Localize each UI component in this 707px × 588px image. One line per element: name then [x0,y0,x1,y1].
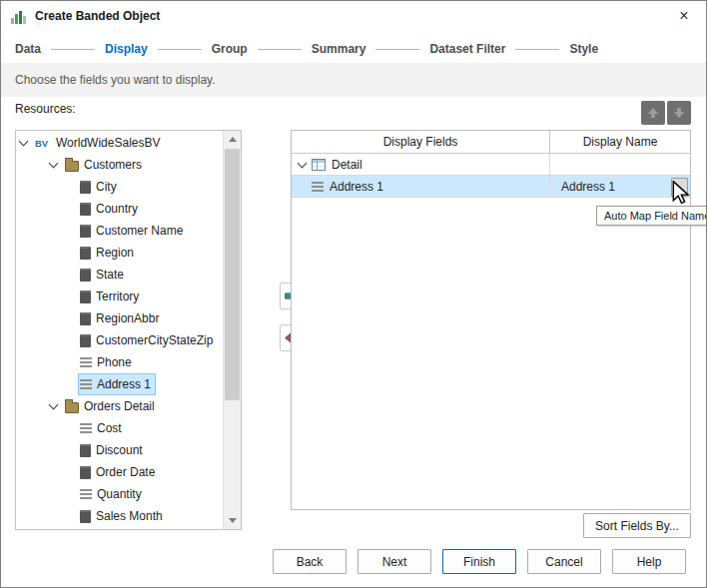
tree-item[interactable]: RegionAbbr [16,307,224,329]
tree-item-label: Territory [96,290,139,303]
display-fields-table: Display Fields Display Name Detail [291,130,691,510]
move-down-button[interactable] [667,101,691,125]
display-name-value: Address 1 [561,180,615,194]
table-rows: Detail Address 1 Address 1 [292,154,690,198]
display-field-label: Address 1 [330,180,383,194]
back-button[interactable]: Back [273,549,347,574]
row-icon [312,182,324,192]
tree-item[interactable]: Order Date [16,461,224,483]
resources-tree: WorldWideSalesBV Customers City [16,132,224,527]
subtitle-text: Choose the fields you want to display. [15,73,216,87]
app-icon [11,8,27,24]
column-header-display-name[interactable]: Display Name [550,131,690,153]
tree-item-icon [80,203,91,216]
tree-item-label: Quantity [97,487,142,501]
tree-item[interactable]: CustomerCityStateZip [16,329,224,351]
expander-icon[interactable] [49,159,59,169]
tree-item[interactable]: WorldWideSalesBV [16,132,224,154]
tree-item-label: Discount [96,443,143,457]
tree-item[interactable]: Country [16,198,224,220]
wizard-step-label: Style [569,42,598,56]
tree-item-icon [80,291,91,303]
tree-item[interactable]: Sales Month [16,505,224,527]
wizard-step[interactable]: Summary [312,42,430,56]
wizard-step[interactable]: Style [569,42,598,56]
tree-item-icon [35,137,51,149]
scroll-down-icon[interactable] [224,512,241,529]
wizard-step[interactable]: Group [212,42,312,56]
tree-item-icon [80,357,92,367]
titlebar: Create Banded Object × [1,1,706,31]
tree-item[interactable]: Customers [16,154,224,176]
wizard-step[interactable]: Data [15,42,105,56]
move-up-button[interactable] [641,101,665,125]
tree-item[interactable]: Discount [16,439,224,461]
tree-scrollbar[interactable] [223,131,241,529]
wizard-steps: Data Display Group Summary Dataset Filte… [15,37,692,61]
wizard-step-label: Summary [312,42,366,56]
close-icon[interactable]: × [674,6,694,26]
tree-item-label: Sales Month [96,509,163,523]
tree-item-label: Customer Name [96,224,183,238]
wizard-step[interactable]: Display [105,42,212,56]
tree-item-icon [80,423,92,433]
tree-item-icon [80,489,92,499]
tree-item-label: RegionAbbr [96,311,159,325]
footer-buttons: Back Next Finish Cancel Help [273,549,686,574]
arrow-up-icon [646,106,660,120]
scroll-up-icon[interactable] [224,131,241,148]
finish-button[interactable]: Finish [442,549,516,574]
tree-item-icon [80,444,91,457]
table-row[interactable]: Address 1 Address 1 [292,176,690,198]
tree-item-label: City [96,180,117,194]
tree-item-icon [80,334,91,347]
tree-item-icon [80,379,92,389]
tooltip: Auto Map Field Name [596,206,707,226]
help-button[interactable]: Help [612,549,686,574]
wizard-step-label: Display [105,42,148,56]
auto-map-button[interactable] [671,178,688,197]
wizard-step-label: Dataset Filter [429,42,505,56]
sort-fields-by-button[interactable]: Sort Fields By... [583,513,691,538]
table-row[interactable]: Detail [292,154,690,176]
create-banded-object-dialog: Create Banded Object × Data Display Grou… [0,0,707,588]
reorder-buttons [641,101,691,125]
tree-item-label: Customers [84,158,142,172]
expander-icon[interactable] [298,158,308,168]
tree-item-label: State [96,268,124,282]
cancel-button[interactable]: Cancel [527,549,601,574]
tree-item-icon [80,466,91,479]
tree-item[interactable]: Customer Name [16,220,224,242]
tree-item[interactable]: State [16,264,224,286]
tree-item-label: Cost [97,421,122,435]
expander-icon[interactable] [49,400,59,410]
tree-item[interactable]: Cost [16,417,224,439]
tree-item[interactable]: Address 1 [16,373,224,395]
tree-item-icon [80,269,91,282]
tree-item[interactable]: City [16,176,224,198]
expander-icon[interactable] [19,137,29,147]
tree-item-icon [80,247,91,260]
tree-item-icon [80,181,91,194]
next-button[interactable]: Next [357,549,431,574]
scrollbar-thumb[interactable] [225,149,240,400]
display-field-label: Detail [332,158,362,172]
tree-item-icon [80,312,91,325]
tree-item-label: CustomerCityStateZip [96,333,213,347]
tree-item-icon [80,510,91,523]
tree-item[interactable]: Territory [16,286,224,307]
table-header: Display Fields Display Name [292,131,690,154]
tree-item-icon [80,225,91,238]
tree-item[interactable]: Quantity [16,483,224,505]
subtitle-bar: Choose the fields you want to display. [1,63,706,97]
tree-item[interactable]: Region [16,242,224,264]
wizard-step-label: Data [15,42,41,56]
resources-label: Resources: [15,102,76,116]
column-header-display-fields[interactable]: Display Fields [292,131,550,153]
tree-item-label: Region [96,246,134,260]
wizard-step[interactable]: Dataset Filter [429,42,569,56]
tree-item[interactable]: Orders Detail [16,395,224,417]
tree-item[interactable]: Phone [16,351,224,373]
tree-item-label: Phone [97,355,132,369]
wizard-step-label: Group [212,42,248,56]
